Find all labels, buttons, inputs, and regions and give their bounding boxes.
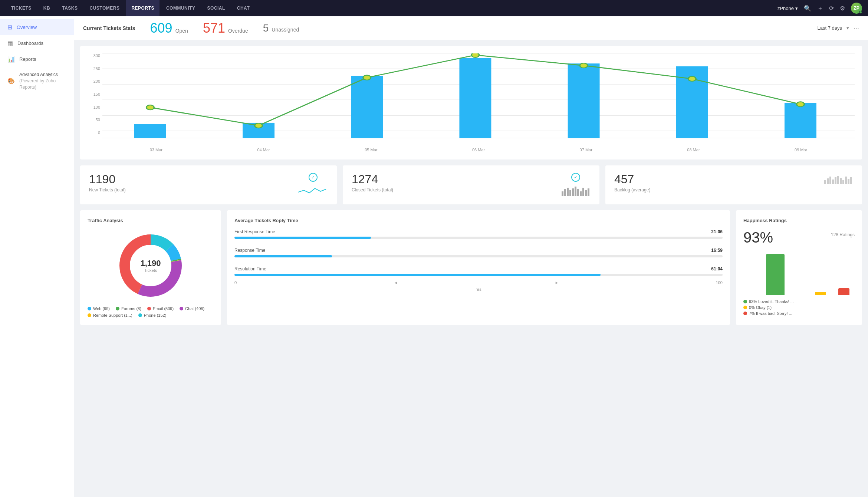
happiness-legend: 93% Loved it. Thanks! ... 0% Okay (1) 7%… <box>743 299 855 316</box>
check-icon-new: ✓ <box>309 173 318 182</box>
nav-chat[interactable]: CHAT <box>232 0 255 16</box>
reply-time-rows: First Response Time 21:06 Response Time … <box>234 229 723 276</box>
dot-09mar <box>797 102 805 106</box>
bar-03mar <box>134 124 166 138</box>
hleg-loved: 93% Loved it. Thanks! ... <box>743 299 855 304</box>
rt-label-response: Response Time <box>234 248 265 253</box>
stats-title: Current Tickets Stats <box>83 25 135 31</box>
sidebar-item-overview-label: Overview <box>17 24 37 30</box>
open-count: 609 <box>150 22 172 35</box>
rt-label-first: First Response Time <box>234 229 275 234</box>
legend-label-phone: Phone (152) <box>144 313 167 317</box>
x-label-05mar: 05 Mar <box>317 148 425 152</box>
legend-dot-phone <box>138 313 142 317</box>
nav-tickets[interactable]: TICKETS <box>6 0 37 16</box>
svg-rect-18 <box>824 180 826 184</box>
legend-label-chat: Chat (406) <box>185 306 204 311</box>
sidebar-item-dashboards[interactable]: ▦ Dashboards <box>0 35 74 51</box>
metric-right-closed: ✓ <box>561 173 591 197</box>
svg-rect-27 <box>848 179 849 184</box>
svg-rect-11 <box>572 188 574 196</box>
donut-legend: Web (99) Forums (8) Email (509) Cha <box>88 306 214 317</box>
nav-brand[interactable]: zPhone ▾ <box>777 6 798 11</box>
happiness-bar-yellow <box>810 292 831 295</box>
dot-06mar <box>471 53 479 57</box>
legend-phone: Phone (152) <box>138 313 167 317</box>
rt-label-resolution: Resolution Time <box>234 266 266 271</box>
open-label: Open <box>175 28 188 34</box>
mini-bars-chart-closed <box>561 185 591 197</box>
happiness-percent: 93% <box>743 229 773 246</box>
svg-rect-24 <box>840 178 842 184</box>
happiness-chart <box>743 250 855 295</box>
svg-rect-25 <box>842 180 844 184</box>
add-icon[interactable]: ＋ <box>817 4 823 12</box>
rt-bar-resolution <box>234 274 723 276</box>
donut-label: Tickets <box>140 268 161 273</box>
overview-icon: ⊞ <box>7 24 12 31</box>
reply-time-title: Average Tickets Reply Time <box>234 218 723 223</box>
nav-kb[interactable]: KB <box>38 0 55 16</box>
sidebar-item-overview[interactable]: ⊞ Overview <box>0 19 74 35</box>
more-menu[interactable]: ··· <box>854 24 859 32</box>
svg-rect-12 <box>575 187 576 196</box>
metric-right-backlog <box>823 173 853 185</box>
bar-07mar <box>568 63 600 138</box>
legend-chat: Chat (406) <box>180 306 204 311</box>
stat-unassigned: 5 Unassigned <box>263 23 299 33</box>
avatar-wrap[interactable]: ZP <box>851 3 862 14</box>
search-icon[interactable]: 🔍 <box>804 5 811 12</box>
sidebar-item-dashboards-label: Dashboards <box>17 40 43 46</box>
reports-icon: 📊 <box>7 56 15 63</box>
nav-social[interactable]: SOCIAL <box>202 0 230 16</box>
sidebar-item-analytics-label: Advanced Analytics(Powered by Zoho Repor… <box>19 72 66 90</box>
sidebar-item-advanced-analytics[interactable]: 🎨 Advanced Analytics(Powered by Zoho Rep… <box>0 67 74 95</box>
overdue-count: 571 <box>203 22 225 35</box>
traffic-analysis-panel: Traffic Analysis <box>80 210 221 325</box>
legend-label-remote: Remote Support (1...) <box>93 313 132 317</box>
nav-customers[interactable]: CUSTOMERS <box>84 0 125 16</box>
dashboards-icon: ▦ <box>7 40 13 47</box>
svg-rect-16 <box>585 190 587 196</box>
x-label-06mar: 06 Mar <box>425 148 532 152</box>
svg-rect-28 <box>850 177 852 184</box>
date-filter[interactable]: Last 7 days <box>817 25 842 31</box>
bar-06mar <box>459 58 491 138</box>
nav-tasks[interactable]: TASKS <box>57 0 83 16</box>
top-nav: TICKETS KB TASKS CUSTOMERS REPORTS COMMU… <box>0 0 868 16</box>
mini-wave-chart <box>298 185 328 197</box>
svg-rect-15 <box>582 188 584 196</box>
svg-rect-14 <box>580 191 582 196</box>
stats-right: Last 7 days ▾ ··· <box>817 24 859 32</box>
main-content: Current Tickets Stats 609 Open 571 Overd… <box>74 16 868 497</box>
analytics-icon: 🎨 <box>7 78 15 85</box>
happiness-ratings-count: 128 Ratings <box>831 232 855 237</box>
metric-right-new: ✓ <box>298 173 328 197</box>
unassigned-count: 5 <box>263 23 269 33</box>
x-label-07mar: 07 Mar <box>532 148 640 152</box>
y-axis: 300 250 200 150 100 50 0 <box>88 53 102 135</box>
nav-community[interactable]: COMMUNITY <box>161 0 201 16</box>
nav-reports[interactable]: REPORTS <box>126 0 160 16</box>
stat-open: 609 Open <box>150 22 188 35</box>
donut-container: 1,190 Tickets Web (99) Forums (8) <box>88 229 214 317</box>
rt-header-first: First Response Time 21:06 <box>234 229 723 234</box>
closed-tickets-number: 1274 <box>352 173 393 186</box>
metric-cards: 1190 New Tickets (total) ✓ 1274 Closed T <box>80 165 862 204</box>
svg-rect-23 <box>837 176 839 184</box>
x-label-08mar: 08 Mar <box>640 148 747 152</box>
chart-canvas <box>102 53 855 146</box>
svg-rect-20 <box>829 177 831 184</box>
rt-first-response: First Response Time 21:06 <box>234 229 723 239</box>
legend-forums: Forums (8) <box>116 306 141 311</box>
date-filter-chevron[interactable]: ▾ <box>846 25 849 31</box>
hleg-okay: 0% Okay (1) <box>743 305 855 310</box>
sidebar-item-reports-label: Reports <box>19 56 36 62</box>
h-bar-green <box>766 254 785 295</box>
backlog-label: Backlog (average) <box>614 187 650 192</box>
rt-value-first: 21:06 <box>711 229 723 234</box>
notifications-icon[interactable]: ⟳ <box>829 5 834 12</box>
rt-resolution: Resolution Time 61:04 <box>234 266 723 276</box>
settings-icon[interactable]: ⚙ <box>840 5 845 12</box>
sidebar-item-reports[interactable]: 📊 Reports <box>0 51 74 67</box>
